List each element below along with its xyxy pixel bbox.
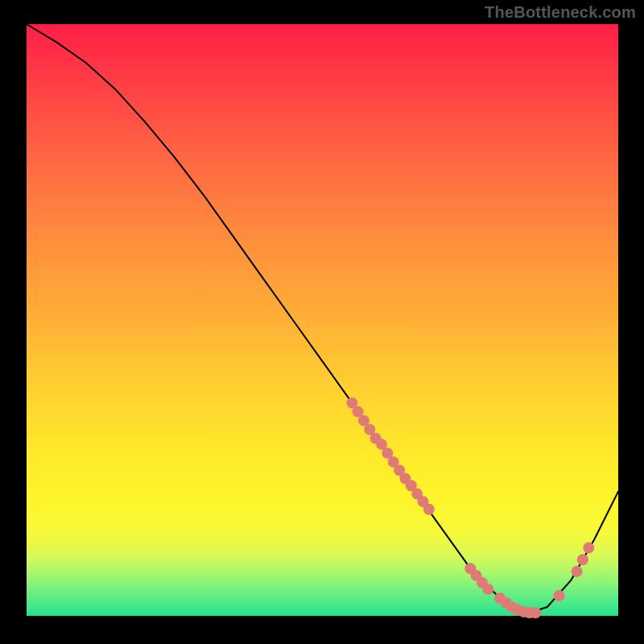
marker-dot (577, 554, 588, 565)
marker-dot (530, 607, 541, 618)
marker-dot (572, 566, 583, 577)
watermark-text: TheBottleneck.com (485, 3, 636, 22)
marker-dot (554, 590, 565, 601)
plot-overlay (27, 24, 618, 616)
marker-dot (482, 584, 493, 595)
bottleneck-curve (27, 24, 618, 613)
chart-frame: TheBottleneck.com (0, 0, 644, 644)
marker-dot (423, 504, 435, 515)
marker-dot (583, 543, 594, 554)
highlight-markers (346, 397, 594, 618)
